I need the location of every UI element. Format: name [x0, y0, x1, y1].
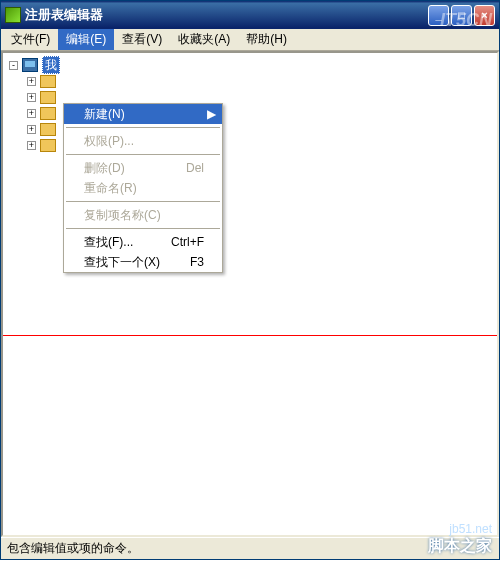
- tree-root-label[interactable]: 我: [42, 56, 60, 74]
- menu-delete-shortcut: Del: [186, 161, 204, 175]
- menubar: 文件(F) 编辑(E) 查看(V) 收藏夹(A) 帮助(H): [1, 29, 499, 51]
- menu-find-label: 查找(F)...: [84, 234, 133, 251]
- expand-icon[interactable]: +: [27, 141, 36, 150]
- maximize-button[interactable]: □: [451, 5, 472, 26]
- menu-find-next[interactable]: 查找下一个(X) F3: [64, 252, 222, 272]
- menu-separator: [66, 228, 220, 229]
- menu-view[interactable]: 查看(V): [114, 29, 170, 50]
- menu-delete-label: 删除(D): [84, 160, 125, 177]
- app-icon: [5, 7, 21, 23]
- menu-separator: [66, 154, 220, 155]
- window-buttons: _ □ ×: [428, 5, 495, 26]
- status-text: 包含编辑值或项的命令。: [7, 540, 139, 557]
- annotation-line: [3, 335, 497, 336]
- tree-root-row[interactable]: - 我: [9, 57, 491, 73]
- titlebar: 注册表编辑器 _ □ ×: [1, 1, 499, 29]
- statusbar: 包含编辑值或项的命令。: [1, 537, 499, 559]
- close-button[interactable]: ×: [474, 5, 495, 26]
- menu-copy-keyname-label: 复制项名称(C): [84, 207, 161, 224]
- computer-icon: [22, 58, 38, 72]
- minimize-button[interactable]: _: [428, 5, 449, 26]
- menu-copy-keyname[interactable]: 复制项名称(C): [64, 205, 222, 225]
- folder-icon: [40, 107, 56, 120]
- menu-permissions-label: 权限(P)...: [84, 133, 134, 150]
- menu-delete[interactable]: 删除(D) Del: [64, 158, 222, 178]
- menu-edit[interactable]: 编辑(E): [58, 29, 114, 50]
- collapse-icon[interactable]: -: [9, 61, 18, 70]
- expand-icon[interactable]: +: [27, 77, 36, 86]
- regedit-window: 注册表编辑器 _ □ × 文件(F) 编辑(E) 查看(V) 收藏夹(A) 帮助…: [0, 0, 500, 560]
- expand-icon[interactable]: +: [27, 109, 36, 118]
- menu-help[interactable]: 帮助(H): [238, 29, 295, 50]
- menu-separator: [66, 127, 220, 128]
- client-area: - 我 + + + + +: [1, 51, 499, 537]
- folder-icon: [40, 139, 56, 152]
- menu-find-next-shortcut: F3: [190, 255, 204, 269]
- menu-rename-label: 重命名(R): [84, 180, 137, 197]
- menu-find[interactable]: 查找(F)... Ctrl+F: [64, 232, 222, 252]
- tree-item[interactable]: +: [27, 73, 491, 89]
- menu-new-label: 新建(N): [84, 106, 125, 123]
- folder-icon: [40, 91, 56, 104]
- folder-icon: [40, 75, 56, 88]
- menu-favorites[interactable]: 收藏夹(A): [170, 29, 238, 50]
- menu-permissions[interactable]: 权限(P)...: [64, 131, 222, 151]
- edit-dropdown: 新建(N) ▶ 权限(P)... 删除(D) Del 重命名(R) 复制项名称(…: [63, 103, 223, 273]
- expand-icon[interactable]: +: [27, 125, 36, 134]
- folder-icon: [40, 123, 56, 136]
- menu-find-shortcut: Ctrl+F: [171, 235, 204, 249]
- menu-rename[interactable]: 重命名(R): [64, 178, 222, 198]
- menu-find-next-label: 查找下一个(X): [84, 254, 160, 271]
- submenu-arrow-icon: ▶: [207, 107, 216, 121]
- menu-new[interactable]: 新建(N) ▶: [64, 104, 222, 124]
- menu-separator: [66, 201, 220, 202]
- expand-icon[interactable]: +: [27, 93, 36, 102]
- menu-file[interactable]: 文件(F): [3, 29, 58, 50]
- window-title: 注册表编辑器: [25, 6, 428, 24]
